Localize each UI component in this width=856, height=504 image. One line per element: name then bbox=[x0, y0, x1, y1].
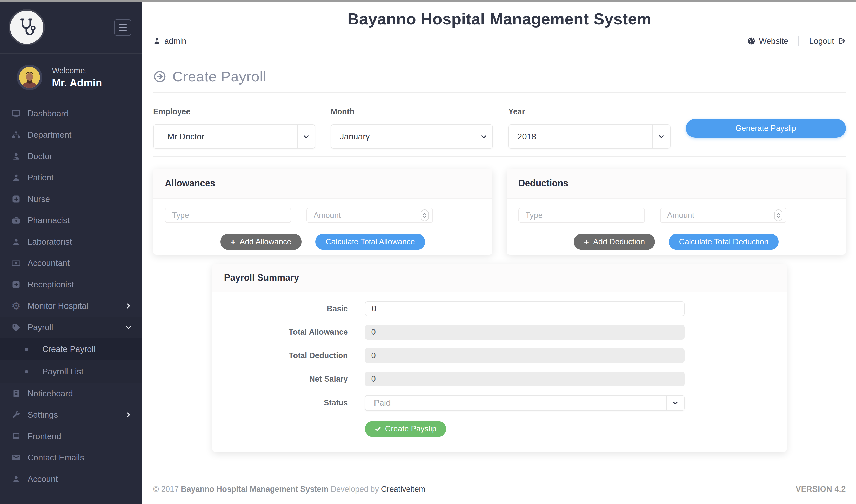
sidebar-item-payroll[interactable]: Payroll bbox=[0, 317, 142, 338]
net-salary-value: 0 bbox=[365, 372, 684, 386]
total-allowance-value: 0 bbox=[365, 325, 684, 340]
sidebar-subitem-label: Create Payroll bbox=[42, 344, 95, 354]
allowances-card-header: Allowances bbox=[153, 168, 492, 199]
basic-label: Basic bbox=[224, 304, 348, 313]
employee-label: Employee bbox=[153, 107, 315, 116]
logout-link[interactable]: Logout bbox=[809, 36, 846, 46]
admin-user-link[interactable]: admin bbox=[153, 36, 187, 46]
allowances-card: Allowances bbox=[153, 168, 492, 254]
total-deduction-label: Total Deduction bbox=[224, 351, 348, 360]
sidebar-item-label: Contact Emails bbox=[28, 453, 84, 463]
chevron-down-icon bbox=[475, 125, 492, 148]
sidebar-header bbox=[0, 1, 142, 54]
logout-label: Logout bbox=[809, 36, 834, 46]
deduction-type-input[interactable] bbox=[519, 208, 645, 223]
tag-icon bbox=[10, 323, 22, 332]
chevron-down-icon bbox=[666, 396, 684, 410]
add-allowance-button[interactable]: + Add Allowance bbox=[220, 234, 302, 250]
total-deduction-value: 0 bbox=[365, 348, 684, 363]
sidebar-item-patient[interactable]: Patient bbox=[0, 167, 142, 188]
footer-divider bbox=[153, 471, 846, 471]
sidebar-item-label: Department bbox=[28, 130, 71, 140]
net-salary-label: Net Salary bbox=[224, 375, 348, 383]
medkit-icon bbox=[10, 216, 22, 225]
sidebar-item-receptionist[interactable]: Receptionist bbox=[0, 274, 142, 295]
sidebar-item-label: Dashboard bbox=[28, 109, 69, 119]
wrench-icon bbox=[10, 410, 22, 419]
sidebar-subitem-create-payroll[interactable]: Create Payroll bbox=[0, 338, 142, 360]
developer-link[interactable]: Creativeitem bbox=[381, 485, 425, 493]
sidebar-item-label: Frontend bbox=[28, 431, 61, 441]
topbar: admin Website Logout bbox=[153, 35, 846, 47]
sidebar-subitem-payroll-list[interactable]: Payroll List bbox=[0, 360, 142, 383]
create-payslip-button[interactable]: Create Payslip bbox=[365, 421, 446, 437]
sidebar-item-dashboard[interactable]: Dashboard bbox=[0, 103, 142, 124]
sidebar-item-nurse[interactable]: Nurse bbox=[0, 188, 142, 210]
gear-icon: ⚙ bbox=[10, 301, 22, 311]
number-spinner[interactable] bbox=[774, 210, 782, 221]
sidebar-item-pharmacist[interactable]: Pharmacist bbox=[0, 210, 142, 231]
sidebar-item-monitor-hospital[interactable]: ⚙ Monitor Hospital bbox=[0, 295, 142, 317]
sidebar-item-settings[interactable]: Settings bbox=[0, 404, 142, 426]
payslip-filters: Employee - Mr Doctor Month January bbox=[153, 107, 846, 149]
sidebar-item-label: Noticeboard bbox=[28, 389, 73, 398]
month-label: Month bbox=[331, 107, 493, 116]
sidebar-item-doctor[interactable]: Doctor bbox=[0, 146, 142, 167]
sidebar-item-account[interactable]: Account bbox=[0, 468, 142, 490]
plus-square-icon bbox=[10, 280, 22, 289]
check-icon bbox=[374, 426, 381, 432]
page-title: Create Payroll bbox=[173, 68, 266, 85]
sidebar-item-label: Account bbox=[28, 474, 58, 484]
footer: © 2017 Bayanno Hospital Management Syste… bbox=[153, 485, 846, 494]
avatar bbox=[17, 65, 42, 90]
sidebar-item-frontend[interactable]: Frontend bbox=[0, 426, 142, 447]
year-select[interactable]: 2018 bbox=[508, 125, 670, 149]
bullet-icon bbox=[25, 370, 28, 373]
sidebar-item-accountant[interactable]: Accountant bbox=[0, 252, 142, 274]
copyright-brand: Bayanno Hospital Management System bbox=[181, 485, 328, 493]
month-select[interactable]: January bbox=[331, 125, 493, 149]
number-spinner[interactable] bbox=[421, 210, 429, 221]
allowance-amount-input[interactable] bbox=[307, 208, 433, 223]
doctor-icon bbox=[10, 152, 22, 161]
website-label: Website bbox=[759, 36, 788, 46]
envelope-icon bbox=[10, 453, 22, 462]
status-select[interactable]: Paid bbox=[365, 395, 684, 411]
calculate-total-allowance-button[interactable]: Calculate Total Allowance bbox=[315, 234, 425, 250]
sidebar-item-label: Monitor Hospital bbox=[28, 301, 88, 311]
sidebar-item-label: Pharmacist bbox=[28, 216, 70, 225]
arrow-circle-right-icon bbox=[153, 70, 167, 83]
allowances-title: Allowances bbox=[165, 178, 215, 188]
chevron-right-icon bbox=[125, 303, 132, 309]
sidebar-item-department[interactable]: Department bbox=[0, 124, 142, 146]
laptop-icon bbox=[10, 432, 22, 441]
bullet-icon bbox=[25, 348, 28, 351]
calculate-total-deduction-button[interactable]: Calculate Total Deduction bbox=[669, 234, 779, 250]
person-icon bbox=[153, 37, 161, 45]
user-icon bbox=[10, 474, 22, 484]
add-deduction-button[interactable]: + Add Deduction bbox=[574, 234, 655, 250]
deduction-amount-input[interactable] bbox=[660, 208, 786, 223]
monitor-icon bbox=[10, 109, 22, 118]
employee-select[interactable]: - Mr Doctor bbox=[153, 125, 315, 149]
sidebar-item-contact-emails[interactable]: Contact Emails bbox=[0, 447, 142, 468]
hospital-logo[interactable] bbox=[10, 11, 43, 44]
sidebar-toggle-button[interactable] bbox=[115, 19, 131, 36]
page-head-divider bbox=[153, 92, 846, 93]
employee-selected-value: - Mr Doctor bbox=[162, 132, 204, 142]
plus-square-icon bbox=[10, 195, 22, 204]
stethoscope-icon bbox=[18, 17, 36, 37]
sidebar-item-label: Patient bbox=[28, 173, 54, 182]
sidebar-item-noticeboard[interactable]: Noticeboard bbox=[0, 383, 142, 404]
payroll-summary-title: Payroll Summary bbox=[224, 272, 299, 283]
sign-out-icon bbox=[838, 37, 846, 45]
status-selected-value: Paid bbox=[374, 398, 391, 408]
copyright-prefix: © 2017 bbox=[153, 485, 179, 493]
allowance-type-input[interactable] bbox=[165, 208, 291, 223]
basic-input[interactable]: 0 bbox=[365, 301, 684, 316]
globe-icon bbox=[747, 37, 755, 45]
sidebar-item-laboratorist[interactable]: Laboratorist bbox=[0, 231, 142, 252]
sidebar-subitem-label: Payroll List bbox=[42, 367, 83, 377]
generate-payslip-button[interactable]: Generate Payslip bbox=[686, 119, 846, 138]
website-link[interactable]: Website bbox=[747, 36, 788, 46]
